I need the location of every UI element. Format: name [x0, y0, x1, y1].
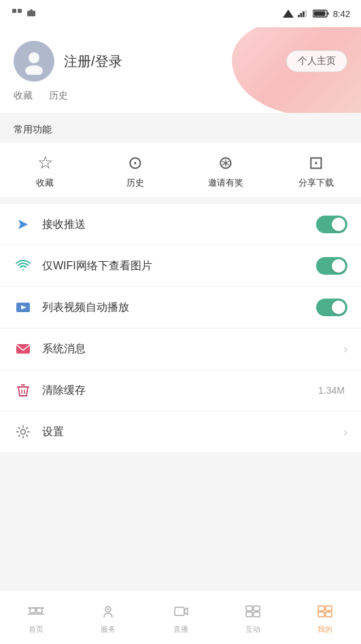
app-icon-2	[26, 8, 37, 19]
svg-marker-14	[18, 220, 28, 229]
action-share[interactable]: ⊡ 分享下载	[289, 154, 343, 189]
nav-live-label: 直播	[173, 624, 188, 634]
clear-cache-icon	[14, 381, 33, 400]
push-toggle[interactable]	[316, 216, 347, 233]
battery-icon	[313, 10, 329, 18]
svg-rect-32	[254, 606, 260, 611]
cache-value-container: 1.34M	[318, 385, 347, 396]
action-favorites[interactable]: ☆ 收藏	[18, 154, 72, 189]
status-app-icons	[11, 7, 37, 20]
action-history-label: 历史	[126, 177, 144, 189]
settings-label: 设置	[42, 425, 343, 439]
svg-rect-6	[300, 13, 302, 17]
nav-home-label: 首页	[29, 624, 44, 634]
cache-size-value: 1.34M	[318, 385, 345, 396]
profile-links: 收藏 历史	[14, 90, 347, 102]
live-icon	[173, 604, 189, 622]
svg-rect-33	[246, 612, 252, 617]
profile-section: 注册/登录 个人主页 收藏 历史	[0, 27, 361, 113]
clear-cache-item[interactable]: 清除缓存 1.34M	[0, 370, 361, 411]
settings-list: 接收推送 仅WIFI网络下查看图片 列表视频自动播放	[0, 204, 361, 452]
system-messages-item[interactable]: 系统消息 ›	[0, 328, 361, 370]
common-functions-title: 常用功能	[0, 113, 361, 143]
wifi-only-label: 仅WIFI网络下查看图片	[42, 259, 316, 273]
svg-point-22	[21, 430, 26, 435]
push-label: 接收推送	[42, 218, 316, 232]
signal-icon	[283, 10, 294, 18]
history-link[interactable]: 历史	[49, 90, 68, 102]
gear-icon	[14, 422, 33, 441]
chevron-right-icon: ›	[343, 342, 347, 356]
nav-interact-label: 互动	[245, 624, 260, 634]
quick-actions: ☆ 收藏 ⊙ 历史 ⊛ 邀请有奖 ⊡ 分享下载	[0, 143, 361, 197]
svg-rect-11	[313, 12, 325, 16]
svg-point-28	[107, 609, 109, 611]
nav-mine-label: 我的	[317, 624, 332, 634]
action-history[interactable]: ⊙ 历史	[108, 154, 162, 189]
profile-row: 注册/登录 个人主页	[14, 41, 347, 82]
avatar-icon	[20, 48, 48, 75]
nav-service[interactable]: 服务	[72, 600, 144, 634]
svg-marker-3	[29, 9, 33, 11]
favorites-link[interactable]: 收藏	[14, 90, 33, 102]
clear-cache-label: 清除缓存	[42, 384, 318, 398]
clock-icon: ⊙	[128, 154, 143, 171]
push-icon	[14, 215, 33, 234]
svg-rect-0	[12, 9, 16, 13]
autoplay-label: 列表视频自动播放	[42, 301, 316, 315]
svg-rect-34	[254, 612, 260, 617]
messages-arrow: ›	[343, 342, 347, 356]
profile-name: 注册/登录	[64, 52, 277, 71]
settings-arrow: ›	[343, 425, 347, 439]
system-messages-label: 系统消息	[42, 342, 343, 356]
action-favorites-label: 收藏	[36, 177, 54, 189]
status-right: 8:42	[283, 9, 350, 19]
signal-bars-icon	[298, 10, 309, 18]
nav-mine[interactable]: 我的	[289, 600, 361, 634]
autoplay-toggle[interactable]	[316, 299, 347, 316]
avatar[interactable]	[14, 41, 54, 82]
svg-rect-35	[318, 606, 324, 611]
nav-interact[interactable]: 互动	[217, 600, 289, 634]
svg-rect-5	[298, 15, 300, 18]
action-invite-label: 邀请有奖	[208, 177, 243, 189]
svg-rect-8	[305, 10, 307, 18]
nav-home[interactable]: 首页	[0, 600, 72, 634]
interact-icon	[245, 604, 261, 622]
status-left	[11, 7, 37, 20]
svg-marker-4	[283, 10, 294, 18]
wifi-toggle[interactable]	[316, 257, 347, 275]
mine-icon	[317, 604, 333, 622]
bottom-navigation: 首页 服务 直播 互动	[0, 590, 361, 644]
svg-rect-23	[30, 608, 35, 613]
wifi-only-item[interactable]: 仅WIFI网络下查看图片	[0, 245, 361, 287]
autoplay-toggle-container	[316, 299, 347, 316]
profile-info: 注册/登录	[64, 52, 277, 71]
wifi-toggle-container	[316, 257, 347, 275]
svg-rect-24	[37, 608, 42, 613]
action-share-label: 分享下载	[298, 177, 334, 189]
svg-rect-29	[175, 607, 184, 615]
autoplay-item[interactable]: 列表视频自动播放	[0, 287, 361, 328]
service-icon	[100, 604, 116, 622]
person-icon: ⊛	[218, 154, 233, 171]
svg-rect-38	[326, 612, 332, 617]
settings-item[interactable]: 设置 ›	[0, 411, 361, 452]
svg-rect-7	[303, 11, 305, 17]
message-icon	[14, 339, 33, 358]
push-toggle-container	[316, 216, 347, 233]
svg-rect-31	[246, 606, 252, 611]
nav-live[interactable]: 直播	[144, 600, 216, 634]
app-icon-1	[11, 7, 23, 20]
personal-homepage-button[interactable]: 个人主页	[286, 50, 347, 72]
share-icon: ⊡	[309, 154, 324, 171]
push-notification-item[interactable]: 接收推送	[0, 204, 361, 245]
wifi-icon	[14, 256, 33, 275]
svg-rect-1	[18, 9, 22, 13]
svg-rect-10	[327, 12, 328, 15]
action-invite[interactable]: ⊛ 邀请有奖	[199, 154, 253, 189]
time-display: 8:42	[333, 9, 350, 19]
svg-rect-2	[27, 11, 35, 16]
status-bar: 8:42	[0, 0, 361, 27]
home-icon	[28, 604, 44, 622]
